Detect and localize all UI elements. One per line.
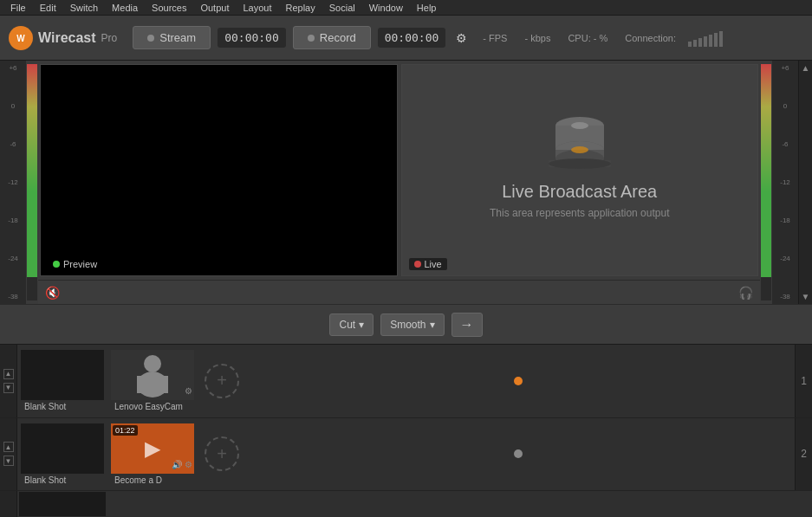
layer-row-2: ▲ ▼ Blank Shot ▶ 01:22 Become a D 🔊 ⚙ + bbox=[0, 418, 812, 492]
stream-time: 00:00:00 bbox=[218, 28, 286, 48]
member-shot-1[interactable]: ▶ 01:22 Become a D 🔊 ⚙ bbox=[109, 422, 196, 487]
member-shot-settings-icon[interactable]: ⚙ bbox=[185, 460, 192, 469]
menu-layout[interactable]: Layout bbox=[236, 0, 278, 16]
meter-bar-7 bbox=[719, 31, 723, 47]
add-shot-layer1-button[interactable]: + bbox=[205, 364, 239, 398]
connection-label: Connection: bbox=[620, 33, 681, 43]
stream-dot bbox=[147, 35, 154, 42]
menu-help[interactable]: Help bbox=[410, 0, 444, 16]
meter-bar-6 bbox=[714, 33, 718, 47]
preview-text: Preview bbox=[63, 259, 97, 269]
preview-indicator bbox=[53, 261, 60, 268]
preview-video bbox=[41, 65, 397, 275]
member-shot-audio-icon[interactable]: 🔊 bbox=[172, 460, 182, 469]
menu-output[interactable]: Output bbox=[193, 0, 236, 16]
blank-shot-2-preview bbox=[21, 423, 104, 474]
smooth-label: Smooth bbox=[390, 319, 425, 331]
menu-window[interactable]: Window bbox=[362, 0, 410, 16]
scroll-down-button[interactable]: ▼ bbox=[799, 289, 812, 304]
smooth-chevron-down-icon: ▾ bbox=[430, 319, 435, 331]
person-silhouette bbox=[122, 352, 183, 399]
app-container: File Edit Switch Media Sources Output La… bbox=[0, 0, 812, 517]
layer-2-indicator bbox=[514, 449, 528, 458]
camera-shot-1-label: Lenovo EasyCam bbox=[111, 400, 194, 413]
partial-layer-controls bbox=[0, 491, 17, 517]
vu-right-tick-minus6: -6 bbox=[782, 140, 788, 148]
vu-tick-minus6: -6 bbox=[10, 140, 16, 148]
live-broadcast-title: Live Broadcast Area bbox=[502, 182, 657, 202]
add-shot-layer2-button[interactable]: + bbox=[205, 436, 239, 471]
meter-bar-1 bbox=[688, 42, 692, 47]
live-text: Live bbox=[425, 259, 442, 269]
live-label: Live bbox=[409, 258, 447, 270]
blank-shot-2[interactable]: Blank Shot bbox=[19, 422, 106, 487]
output-settings-button[interactable]: ⚙ bbox=[452, 28, 471, 48]
menu-switch[interactable]: Switch bbox=[63, 0, 105, 16]
layer-1-controls: ▲ ▼ bbox=[0, 345, 17, 417]
menu-edit[interactable]: Edit bbox=[33, 0, 63, 16]
layer-2-down-button[interactable]: ▼ bbox=[3, 456, 14, 466]
live-broadcast-subtitle: This area represents application output bbox=[490, 207, 669, 219]
layer-1-up-button[interactable]: ▲ bbox=[3, 369, 14, 379]
layer-2-controls: ▲ ▼ bbox=[0, 418, 17, 491]
camera-shot-1-settings-icon[interactable]: ⚙ bbox=[185, 386, 192, 396]
live-panel: Live Broadcast Area This area represents… bbox=[401, 64, 759, 276]
record-button[interactable]: Record bbox=[293, 26, 371, 49]
logo-area: W Wirecast Pro bbox=[9, 26, 117, 50]
menu-file[interactable]: File bbox=[3, 0, 33, 16]
partial-layer-row bbox=[0, 491, 812, 517]
record-dot bbox=[308, 35, 315, 42]
audio-controls-row: 🔇 🎧 bbox=[38, 280, 760, 304]
app-logo-icon: W bbox=[9, 26, 33, 50]
partial-shot-1 bbox=[19, 492, 106, 516]
go-live-button[interactable]: → bbox=[451, 313, 483, 337]
blank-shot-1[interactable]: Blank Shot bbox=[19, 348, 106, 413]
preview-label: Preview bbox=[48, 258, 102, 270]
blank-shot-2-label: Blank Shot bbox=[21, 474, 104, 487]
cut-transition-select[interactable]: Cut ▾ bbox=[329, 313, 374, 336]
menu-sources[interactable]: Sources bbox=[145, 0, 193, 16]
vu-bar-right bbox=[761, 64, 771, 301]
fps-stat: - FPS bbox=[477, 33, 512, 43]
vu-right-tick-minus24: -24 bbox=[780, 255, 790, 262]
menu-social[interactable]: Social bbox=[322, 0, 362, 16]
menu-replay[interactable]: Replay bbox=[279, 0, 322, 16]
vu-tick-minus18: -18 bbox=[8, 216, 18, 224]
cpu-stat: CPU: - % bbox=[562, 33, 613, 43]
svg-text:W: W bbox=[16, 34, 25, 43]
live-indicator bbox=[414, 261, 421, 268]
layer-2-up-button[interactable]: ▲ bbox=[3, 442, 14, 452]
logo-pro: Pro bbox=[101, 32, 118, 44]
vu-right-tick-plus6: +6 bbox=[781, 64, 789, 72]
vu-right-tick-0: 0 bbox=[783, 102, 787, 110]
vu-right-tick-minus38: -38 bbox=[780, 293, 790, 301]
layer-2-dot bbox=[514, 449, 523, 458]
vu-tick-minus38: -38 bbox=[8, 293, 18, 301]
vu-tick-minus24: -24 bbox=[8, 255, 18, 262]
vu-meter-right: +6 0 -6 -12 -18 -24 -38 bbox=[772, 61, 798, 304]
shot-layers: ▲ ▼ Blank Shot Lenovo EasyCam bbox=[0, 344, 812, 491]
stream-button[interactable]: Stream bbox=[133, 26, 211, 49]
menu-media[interactable]: Media bbox=[105, 0, 145, 16]
member-shot-1-label: Become a D bbox=[111, 474, 194, 487]
blank-shot-1-preview bbox=[21, 350, 104, 400]
layer-1-number: 1 bbox=[795, 345, 812, 417]
scroll-up-button[interactable]: ▲ bbox=[799, 61, 812, 75]
layer-1-down-button[interactable]: ▼ bbox=[3, 383, 14, 393]
member-shot-time: 01:22 bbox=[113, 425, 138, 436]
toolbar: W Wirecast Pro Stream 00:00:00 Record 00… bbox=[0, 16, 812, 61]
headphones-button[interactable]: 🎧 bbox=[738, 286, 753, 300]
stream-label: Stream bbox=[159, 31, 196, 44]
mute-left-button[interactable]: 🔇 bbox=[45, 286, 60, 300]
smooth-transition-select[interactable]: Smooth ▾ bbox=[380, 313, 444, 336]
camera-shot-1-preview bbox=[111, 350, 194, 400]
layer-1-indicator bbox=[514, 377, 528, 385]
vu-bar-left bbox=[27, 64, 37, 301]
wirecast-logo-3d bbox=[536, 104, 623, 182]
record-time: 00:00:00 bbox=[378, 28, 446, 48]
video-row: Preview bbox=[38, 61, 760, 280]
camera-shot-1[interactable]: Lenovo EasyCam ⚙ bbox=[109, 348, 196, 413]
member-shot-decoration: ▶ bbox=[145, 436, 160, 461]
svg-point-12 bbox=[144, 355, 161, 372]
svg-point-11 bbox=[571, 146, 588, 153]
